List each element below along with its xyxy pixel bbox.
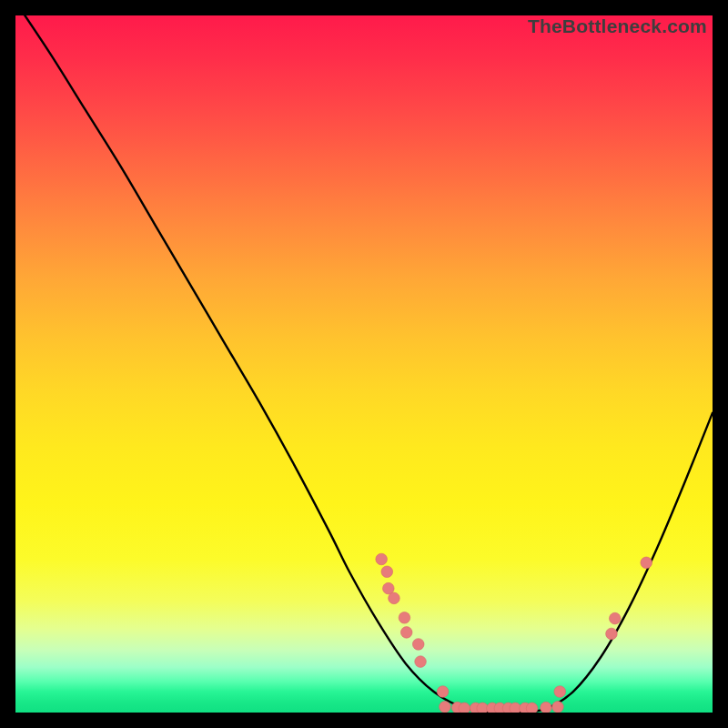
data-marker bbox=[609, 612, 621, 624]
chart-svg bbox=[15, 15, 713, 713]
data-marker bbox=[541, 702, 552, 713]
main-curve bbox=[15, 15, 713, 713]
marker-layer bbox=[376, 553, 652, 713]
chart-frame: { "watermark": "TheBottleneck.com", "cha… bbox=[0, 0, 728, 728]
data-marker bbox=[606, 628, 618, 640]
data-marker bbox=[412, 639, 424, 651]
data-marker bbox=[641, 557, 652, 569]
data-marker bbox=[554, 686, 566, 698]
data-marker bbox=[440, 702, 451, 713]
data-marker bbox=[459, 703, 470, 713]
data-marker bbox=[399, 612, 410, 624]
data-marker bbox=[376, 553, 388, 565]
data-marker bbox=[381, 566, 393, 578]
data-marker bbox=[526, 703, 538, 713]
data-marker bbox=[415, 656, 427, 668]
data-marker bbox=[437, 686, 449, 698]
data-marker bbox=[552, 702, 564, 713]
plot-area: TheBottleneck.com bbox=[15, 15, 713, 713]
curve-layer bbox=[15, 15, 713, 713]
data-marker bbox=[400, 627, 412, 639]
data-marker bbox=[389, 592, 400, 604]
